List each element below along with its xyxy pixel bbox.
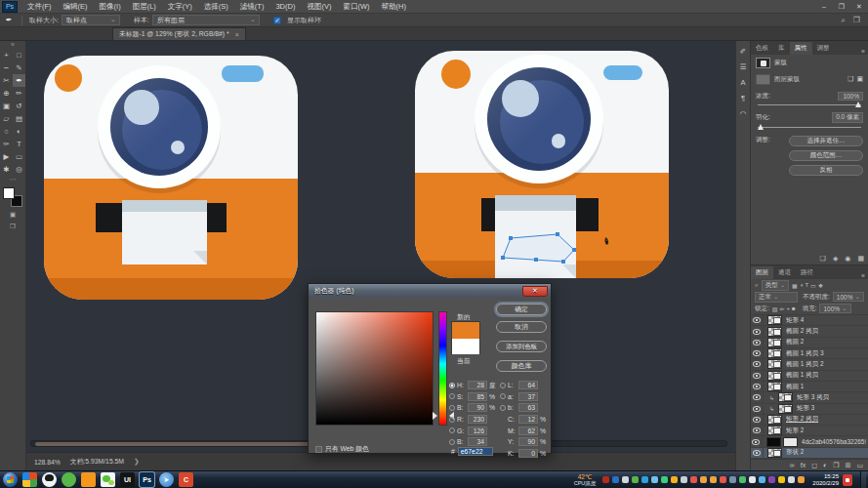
layer-row-6[interactable]: 椭圆 1 <box>751 382 868 392</box>
cp-right-value-0[interactable]: 64 <box>518 381 538 389</box>
quick-select-tool[interactable]: ✎ <box>13 61 25 74</box>
cp-left-value-3[interactable]: 230 <box>468 415 487 424</box>
camtasia-app[interactable]: C <box>179 472 193 487</box>
path-selection[interactable] <box>501 232 581 265</box>
hex-input[interactable]: e67e22 <box>458 447 493 456</box>
visibility-toggle[interactable] <box>751 348 764 358</box>
layer-thumbnail[interactable] <box>767 382 782 391</box>
layer-row-11[interactable]: 4dc2ab40576ba322659... <box>751 436 868 447</box>
cp-right-value-3[interactable]: 12 <box>518 415 538 424</box>
app-orange[interactable] <box>81 472 96 487</box>
cp-left-radio-3[interactable] <box>449 417 455 423</box>
layer-row-1[interactable]: 椭圆 2 拷贝 <box>751 326 868 337</box>
color-swatches[interactable] <box>3 187 22 207</box>
mask-adjust-button-2[interactable]: 反相 <box>789 165 863 176</box>
cp-right-value-2[interactable]: 63 <box>518 403 538 412</box>
visibility-toggle[interactable] <box>751 326 764 336</box>
move-tool[interactable]: + <box>0 49 13 61</box>
color-field-marker[interactable] <box>318 314 324 320</box>
layer-name[interactable]: 椭圆 1 拷贝 <box>786 371 818 380</box>
lasso-tool[interactable]: ∽ <box>0 61 13 74</box>
dialog-title-bar[interactable]: 拾色器 (纯色) ✕ <box>309 284 551 298</box>
cp-left-value-4[interactable]: 126 <box>468 427 487 435</box>
adjustment-filter-icon[interactable]: ◑ <box>800 282 804 289</box>
cp-right-radio-1[interactable] <box>500 393 506 399</box>
tray-icon-20[interactable] <box>798 476 805 483</box>
tray-icon-7[interactable] <box>671 476 678 483</box>
tray-icon-2[interactable] <box>622 476 629 483</box>
layer-name[interactable]: 矩形 4 <box>786 316 804 325</box>
layer-row-9[interactable]: 矩形 2 拷贝 <box>751 415 868 426</box>
minimize-icon[interactable]: – <box>815 0 833 13</box>
dialog-close-icon[interactable]: ✕ <box>522 286 548 297</box>
filter-kind-select[interactable]: 类型⌄ <box>762 280 789 291</box>
visibility-toggle[interactable] <box>751 359 764 369</box>
apply-mask-icon[interactable]: ◈ <box>833 255 838 263</box>
visibility-toggle[interactable] <box>751 392 764 402</box>
sample-select[interactable]: 所有图层 <box>152 15 260 25</box>
layer-name[interactable]: 矩形 2 拷贝 <box>786 415 818 424</box>
history-brush-tool[interactable]: ↺ <box>13 100 25 112</box>
shape-tool[interactable]: ▭ <box>13 150 25 163</box>
lock-transparent-icon[interactable]: ▨ <box>772 305 778 312</box>
shape-filter-icon[interactable]: ▭ <box>810 282 816 289</box>
visibility-toggle[interactable] <box>751 315 764 325</box>
tray-icon-0[interactable] <box>602 476 609 483</box>
tray-icon-18[interactable] <box>778 476 785 483</box>
menu-item-0[interactable]: 文件(F) <box>21 2 58 12</box>
hue-slider[interactable] <box>438 311 447 426</box>
cp-right-radio-0[interactable] <box>500 383 506 388</box>
menu-item-1[interactable]: 编辑(E) <box>58 2 94 12</box>
show-desktop-button[interactable] <box>860 471 866 488</box>
tab-layers-2[interactable]: 路径 <box>796 266 818 279</box>
visibility-toggle[interactable] <box>751 436 763 446</box>
sample-size-select[interactable]: 取样点 <box>62 15 120 25</box>
add-to-swatches-button[interactable]: 添加到色板 <box>496 341 547 352</box>
layer-thumbnail[interactable] <box>767 348 782 358</box>
color-field[interactable] <box>315 311 434 426</box>
tray-icon-1[interactable] <box>612 476 619 483</box>
menu-item-8[interactable]: 视图(V) <box>301 2 337 12</box>
layer-thumbnail[interactable] <box>767 359 782 369</box>
visibility-toggle[interactable] <box>751 415 764 425</box>
app-grid[interactable] <box>22 472 37 487</box>
layer-name[interactable]: 椭圆 1 拷贝 3 <box>786 349 824 358</box>
layer-row-3[interactable]: 椭圆 1 拷贝 3 <box>751 348 868 359</box>
tray-icon-9[interactable] <box>690 476 697 483</box>
layer-name[interactable]: 矩形 3 拷贝 <box>797 393 829 402</box>
tab-layers-menu-icon[interactable]: ≡ <box>861 272 868 279</box>
load-selection-icon[interactable]: ❏ <box>820 255 826 263</box>
mask-add-icon-1[interactable]: ▣ <box>856 75 863 83</box>
layer-row-8[interactable]: ↳矩形 3 <box>751 404 868 415</box>
cp-right-value-1[interactable]: 37 <box>518 392 538 401</box>
layer-effects-icon[interactable]: fx <box>801 462 806 468</box>
web-colors-checkbox[interactable] <box>315 446 322 453</box>
taskbar-clock[interactable]: 15:25 2020/2/29 <box>812 473 839 487</box>
pointer-app[interactable]: ➤ <box>159 472 174 487</box>
density-slider[interactable] <box>756 101 863 108</box>
layer-name[interactable]: 椭圆 2 <box>786 338 804 346</box>
paragraph-panel-icon[interactable]: ¶ <box>741 94 745 102</box>
layer-mask-thumbnail[interactable] <box>783 437 798 447</box>
lock-pixels-icon[interactable]: ✏ <box>779 305 784 312</box>
menu-item-10[interactable]: 帮助(H) <box>376 2 412 12</box>
tab-layers-0[interactable]: 图层 <box>751 266 773 279</box>
brush-settings-panel-icon[interactable]: ✐ <box>740 47 746 56</box>
zoom-level[interactable]: 128.84% <box>34 459 61 466</box>
close-icon[interactable]: ✕ <box>850 0 868 13</box>
new-group-icon[interactable]: ❐ <box>833 462 839 469</box>
layer-thumbnail[interactable] <box>767 448 782 458</box>
toolbar-more-icon[interactable]: ⋯ <box>10 176 17 184</box>
layer-row-7[interactable]: ↳矩形 3 拷贝 <box>751 392 868 403</box>
layer-thumbnail[interactable] <box>767 426 782 435</box>
layer-thumbnail[interactable] <box>767 415 782 425</box>
menu-item-6[interactable]: 滤镜(T) <box>234 2 270 12</box>
cp-right-value-6[interactable]: 0 <box>518 449 538 458</box>
wechat-app[interactable] <box>101 472 115 487</box>
quick-mask-icon[interactable]: ▣ <box>10 211 16 219</box>
tray-icon-11[interactable] <box>710 476 717 483</box>
visibility-toggle[interactable] <box>751 382 764 391</box>
visibility-toggle[interactable] <box>751 426 764 435</box>
path-select-tool[interactable]: ▶ <box>0 150 13 163</box>
mask-adjust-button-0[interactable]: 选择并遮住… <box>789 136 863 146</box>
